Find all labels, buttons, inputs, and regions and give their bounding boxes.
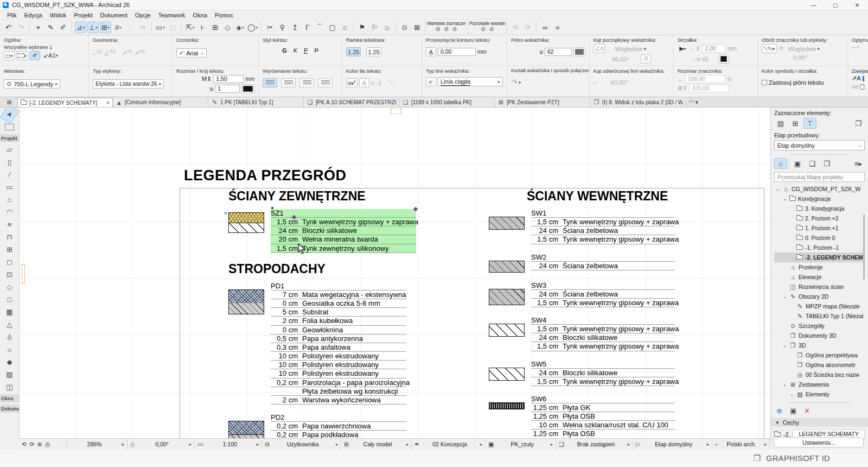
start-angle-mode[interactable]: Względnie <box>615 46 642 52</box>
wall-tool[interactable]: ▱ <box>2 143 17 156</box>
column-tool[interactable]: ▯ <box>2 156 17 168</box>
status-zoom-level[interactable]: 286%▸ <box>67 439 127 450</box>
show-all-icon[interactable]: ⊙ <box>399 22 410 33</box>
door-tool[interactable]: ◻ <box>2 256 17 268</box>
tree-item-13[interactable]: ✎TABELKI Typ 1 (Niezal <box>774 311 865 321</box>
line-type-select[interactable]: Linia ciągła ▸ <box>438 77 503 86</box>
undo-icon[interactable]: ↶ <box>3 22 14 33</box>
object-filter-icon[interactable]: ⊞ <box>789 118 802 129</box>
tree-expand-icon[interactable]: ⌄ <box>782 197 787 201</box>
apply-text-pen-checkbox[interactable] <box>762 80 767 85</box>
marker-height-input[interactable]: 100,00 <box>689 84 729 92</box>
tab-overflow-menu[interactable]: ◠▾ <box>689 98 698 107</box>
hide-layer-icon[interactable]: ⊘ <box>436 26 440 33</box>
chevron-right-icon[interactable]: ▸ <box>628 442 630 447</box>
tree-expand-icon[interactable]: ⌄ <box>775 187 780 192</box>
lamp-tool[interactable]: ☼ <box>2 343 17 356</box>
corner-icon[interactable]: Γ <box>302 22 313 33</box>
zoom-back-icon[interactable]: ⟲ <box>22 441 27 448</box>
tree-item-4[interactable]: 1. Poziom +1 <box>774 223 865 233</box>
link-icon[interactable]: ∞ <box>539 22 551 33</box>
publisher-icon[interactable]: ❐ <box>820 158 833 169</box>
schedule-icon[interactable]: ⊞ <box>209 22 221 33</box>
tree-item-18[interactable]: ❒Ogólna aksonometr <box>774 360 865 370</box>
chevron-right-icon[interactable]: ▸ <box>189 442 192 447</box>
menu-okna[interactable]: Okna <box>189 11 211 19</box>
marquee-settings-button[interactable]: ▸ <box>16 51 28 60</box>
zone-tool[interactable]: ▦ <box>2 306 17 318</box>
arrow-type-button[interactable]: ▶▸ <box>678 44 688 53</box>
label-default-button[interactable]: ↙A1▾ <box>42 51 60 60</box>
chevron-right-icon[interactable]: ▸ <box>480 442 482 447</box>
chevron-right-icon[interactable]: ▸ <box>406 442 409 447</box>
beam-tool[interactable]: ∕ <box>2 168 17 181</box>
tab-5[interactable]: ⊞[PK Zestawienie PZT] <box>495 98 590 107</box>
move-icon[interactable]: ⇱▾ <box>184 22 196 33</box>
bg-pen-value[interactable]: -1 <box>376 80 382 86</box>
wall-filter-icon[interactable]: ▤ <box>774 118 787 129</box>
tree-item-6[interactable]: -1. Poziom -1 <box>774 243 865 253</box>
skylight-tool[interactable]: ◇ <box>2 281 17 293</box>
tree-item-2[interactable]: 3. Kondygnacja <box>774 204 865 213</box>
split-icon[interactable]: ✂ <box>264 22 276 33</box>
bg-pen-button[interactable]: ⍦✓ <box>346 78 358 87</box>
add-item-icon[interactable]: ⊕ <box>776 407 782 415</box>
chevron-right-icon[interactable]: ▸ <box>122 442 124 447</box>
home-story-icon[interactable]: ⌂ <box>381 22 393 33</box>
window-tool[interactable]: ⊡ <box>2 268 17 281</box>
menu-opcje[interactable]: Opcje <box>131 11 155 19</box>
hide-other-layers-icon[interactable]: ⊘ <box>481 26 485 33</box>
tree-expand-icon[interactable]: ⌄ <box>782 343 787 348</box>
tab-4[interactable]: ❏[1189 x 1000 tabelka PK] <box>399 98 495 107</box>
zoom-forward-icon[interactable]: ⟳ <box>29 441 34 448</box>
pen-color-button[interactable] <box>573 47 585 56</box>
project-map-icon[interactable]: ⌂ <box>774 158 787 169</box>
status-layer-combination[interactable]: ⊟Użytkownika▸ <box>262 439 341 450</box>
tree-expand-icon[interactable]: ⌄ <box>782 382 787 387</box>
layout-book-icon[interactable]: ❏ <box>806 158 819 169</box>
italic-button[interactable]: K <box>293 47 297 54</box>
fillet-icon[interactable]: ⌒ <box>314 22 326 33</box>
font-select[interactable]: ✓ Arial ⌄ <box>176 48 207 58</box>
maximize-button[interactable]: ▢ <box>825 0 846 10</box>
tree-item-19[interactable]: ◎00 Ścieżka bez nazw <box>774 370 865 380</box>
status-orientation[interactable]: ◇0,00°▸ <box>127 439 195 450</box>
reverse-angle-value[interactable]: 60,00° <box>610 79 628 86</box>
shell-tool[interactable]: ◠ <box>2 206 17 218</box>
tab-1[interactable]: ▲[Centrum informacyjne] <box>113 98 208 107</box>
tree-item-17[interactable]: ❒Ogólna perspektywa <box>774 350 865 360</box>
resize-icon[interactable]: ▢ <box>327 22 338 33</box>
morph-tool[interactable]: ◆ <box>2 356 17 368</box>
rotation-mode[interactable]: Względnie <box>788 46 816 52</box>
tab-0[interactable]: [-2. LEGENDY SCHEMATY]× <box>17 98 113 107</box>
tree-item-12[interactable]: ✎MPZP mapa (Niezale <box>774 301 865 311</box>
morph-icon[interactable]: ◈▾ <box>234 22 246 33</box>
start-angle-value[interactable]: 45,00° <box>612 56 629 62</box>
status-scale[interactable]: ▭1:100▸ <box>195 439 262 450</box>
chevron-right-icon[interactable]: ▸ <box>336 442 338 447</box>
text-pen-color-button[interactable] <box>241 84 254 93</box>
align-center-button[interactable] <box>281 78 296 87</box>
project-map-search-input[interactable]: Przeszukaj Mapę projektu <box>774 172 865 182</box>
anchor-button[interactable]: A̱ <box>426 47 436 56</box>
rotation-value[interactable]: 0,00° <box>793 54 807 61</box>
pickup-mode-button[interactable]: ✐ <box>30 51 40 60</box>
chevron-right-icon[interactable]: ▸ <box>257 442 259 447</box>
lock-icon[interactable]: ⊠ <box>411 22 423 33</box>
tab-2[interactable]: ✎1 PK [TABELKI Typ 1] <box>208 98 304 107</box>
inject-parameters-icon[interactable]: ✎ <box>45 22 56 33</box>
minimize-button[interactable]: — <box>803 0 825 10</box>
menu-plik[interactable]: Plik <box>3 11 21 19</box>
snap-guides-icon[interactable]: ⊥▾ <box>87 22 99 33</box>
fit-in-window-icon[interactable]: ◎ <box>45 441 50 448</box>
tree-expand-icon[interactable]: ⌄ <box>782 294 787 299</box>
snap-points-icon[interactable]: ⊞▾ <box>100 22 111 33</box>
chevron-right-icon[interactable]: ▸ <box>551 442 553 447</box>
tree-item-8[interactable]: ⌂Przekroje <box>774 262 865 272</box>
properties-bar[interactable]: ▼ Cechy <box>771 418 868 427</box>
strikethrough-button[interactable]: P <box>314 47 318 54</box>
unlock-layer-icon[interactable]: ⊘ <box>452 26 457 33</box>
arrow-length-input[interactable]: 2,00 <box>702 45 726 53</box>
text-size-input[interactable]: 1,50 <box>213 75 244 83</box>
home-icon[interactable]: ⌂ <box>339 22 350 33</box>
